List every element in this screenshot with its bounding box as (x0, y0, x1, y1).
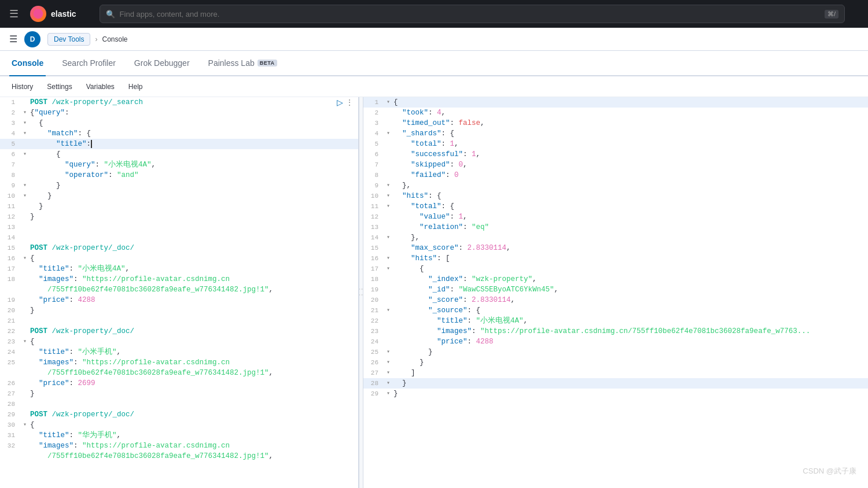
editor-line-3: 3 ▾ { (0, 118, 358, 128)
editor-line-4: 4 ▾ "match": { (0, 128, 358, 139)
breadcrumb: Dev Tools › Console (47, 33, 128, 46)
line-actions: ▷ ⋮ (337, 97, 354, 108)
editor-line-21: 21 (0, 316, 358, 326)
result-line-3: 3 "timed_out": false, (363, 118, 868, 128)
editor-line-1: 1 POST /wzk-property/_search ▷ ⋮ (0, 97, 358, 108)
global-search-input[interactable] (120, 10, 820, 19)
tab-console[interactable]: Console (9, 51, 46, 76)
editor-line-9: 9 ▾ } (0, 180, 358, 191)
editor-line-31: 31 "title": "华为手机", (0, 430, 358, 441)
editor-line-14: 14 (0, 232, 358, 243)
editor-line-19: 19 "price": 4288 (0, 295, 358, 305)
tab-painless-lab[interactable]: Painless Lab BETA (206, 51, 279, 76)
fold-button[interactable] (21, 97, 29, 108)
settings-button[interactable]: Settings (45, 82, 74, 92)
tab-grok-debugger-label: Grok Debugger (134, 58, 190, 68)
editor-line-18: 18 "images": "https://profile-avatar.csd… (0, 274, 358, 284)
result-line-5: 5 "total": 1, (363, 139, 868, 149)
pane-divider[interactable]: ⋮⋮ (359, 97, 363, 488)
result-line-6: 6 "successful": 1, (363, 149, 868, 160)
editor-line-25: 25 "images": "https://profile-avatar.csd… (0, 357, 358, 368)
editor-line-13: 13 (0, 222, 358, 232)
editor-line-28: 28 (0, 399, 358, 409)
result-line-1: 1 ▾ { (363, 97, 868, 108)
editor-line-23: 23 ▾ { (0, 337, 358, 347)
result-line-17: 17 ▾ { (363, 264, 868, 274)
editor-line-7: 7 "query": "小米电视4A", (0, 160, 358, 170)
editor-line-32b: /755ff10be62f4e7081bc36028fa9eafe_w77634… (0, 451, 358, 461)
result-line-13: 13 "relation": "eq" (363, 222, 868, 232)
result-line-2: 2 "took": 4, (363, 108, 868, 118)
svg-point-0 (34, 9, 43, 19)
editor-line-12: 12 } (0, 212, 358, 222)
result-line-14: 14 ▾ }, (363, 232, 868, 243)
elastic-logo: elastic (30, 6, 76, 22)
editor-line-2: 2 ▾ {"query": (0, 108, 358, 118)
result-line-7: 7 "skipped": 0, (363, 160, 868, 170)
editor-line-17: 17 "title": "小米电视4A", (0, 264, 358, 274)
breadcrumb-bar: ☰ D Dev Tools › Console (0, 28, 868, 51)
breadcrumb-console: Console (102, 35, 127, 43)
result-line-21: 21 ▾ "_source": { (363, 305, 868, 316)
tab-painless-lab-label: Painless Lab (208, 58, 255, 68)
hamburger-icon[interactable]: ☰ (9, 8, 19, 20)
editor-line-10: 10 ▾ } (0, 191, 358, 201)
editor-line-30: 30 ▾ { (0, 420, 358, 430)
tab-search-profiler-label: Search Profiler (62, 58, 116, 68)
history-button[interactable]: History (9, 82, 35, 92)
toolbar: History Settings Variables Help (0, 76, 868, 97)
result-line-10: 10 ▾ "hits": { (363, 191, 868, 201)
editor-line-24: 24 "title": "小米手机", (0, 347, 358, 357)
editor-line-5: 5 "title": (0, 139, 358, 149)
editor-line-16: 16 ▾ { (0, 253, 358, 264)
tab-bar: Console Search Profiler Grok Debugger Pa… (0, 51, 868, 76)
menu-button[interactable]: ☰ (9, 34, 17, 45)
tab-grok-debugger[interactable]: Grok Debugger (132, 51, 192, 76)
result-line-26: 26 ▾ } (363, 357, 868, 368)
result-pane[interactable]: 1 ▾ { 2 "took": 4, 3 "timed_out": false,… (363, 97, 868, 488)
code-content: POST /wzk-property/_search (29, 97, 337, 108)
editor-line-6: 6 ▾ { (0, 149, 358, 160)
more-button[interactable]: ⋮ (345, 98, 354, 107)
editor-line-20: 20 } (0, 305, 358, 316)
main-content: 1 POST /wzk-property/_search ▷ ⋮ 2 ▾ {"q… (0, 97, 868, 488)
result-line-28: 28 ▾ } (363, 378, 868, 389)
editor-line-32: 32 "images": "https://profile-avatar.csd… (0, 441, 358, 451)
run-button[interactable]: ▷ (337, 98, 343, 107)
elastic-label: elastic (51, 9, 76, 19)
editor-pane[interactable]: 1 POST /wzk-property/_search ▷ ⋮ 2 ▾ {"q… (0, 97, 359, 488)
result-line-24: 24 "price": 4288 (363, 337, 868, 347)
variables-button[interactable]: Variables (84, 82, 117, 92)
editor-line-15: 15 POST /wzk-property/_doc/ (0, 243, 358, 253)
tab-console-label: Console (12, 58, 43, 68)
editor-line-8: 8 "operator": "and" (0, 170, 358, 180)
result-line-9: 9 ▾ }, (363, 180, 868, 191)
logo-icon (30, 6, 46, 22)
breadcrumb-arrow: › (95, 35, 97, 43)
editor-line-22: 22 POST /wzk-property/_doc/ (0, 326, 358, 337)
result-line-23: 23 "images": "https://profile-avatar.csd… (363, 326, 868, 337)
help-button[interactable]: Help (126, 82, 145, 92)
result-line-29: 29 ▾ } (363, 389, 868, 399)
result-line-4: 4 ▾ "_shards": { (363, 128, 868, 139)
avatar[interactable]: D (24, 31, 41, 47)
result-line-20: 20 "_score": 2.8330114, (363, 295, 868, 305)
result-line-15: 15 "max_score": 2.8330114, (363, 243, 868, 253)
keyboard-shortcut: ⌘/ (825, 10, 838, 19)
result-line-12: 12 "value": 1, (363, 212, 868, 222)
editor-line-18b: /755ff10be62f4e7081bc36028fa9eafe_w77634… (0, 284, 358, 295)
editor-line-27: 27 } (0, 389, 358, 399)
editor-line-26: 26 "price": 2699 (0, 378, 358, 389)
result-line-25: 25 ▾ } (363, 347, 868, 357)
global-search[interactable]: 🔍 ⌘/ (100, 5, 845, 23)
beta-badge: BETA (258, 60, 277, 66)
breadcrumb-dev-tools[interactable]: Dev Tools (47, 33, 90, 46)
result-line-16: 16 ▾ "hits": [ (363, 253, 868, 264)
result-line-18: 18 "_index": "wzk-property", (363, 274, 868, 284)
line-number: 1 (0, 97, 21, 108)
result-line-8: 8 "failed": 0 (363, 170, 868, 180)
search-icon: 🔍 (106, 10, 115, 19)
editor-line-25b: /755ff10be62f4e7081bc36028fa9eafe_w77634… (0, 368, 358, 378)
tab-search-profiler[interactable]: Search Profiler (60, 51, 118, 76)
top-nav-bar: ☰ elastic 🔍 ⌘/ (0, 0, 868, 28)
